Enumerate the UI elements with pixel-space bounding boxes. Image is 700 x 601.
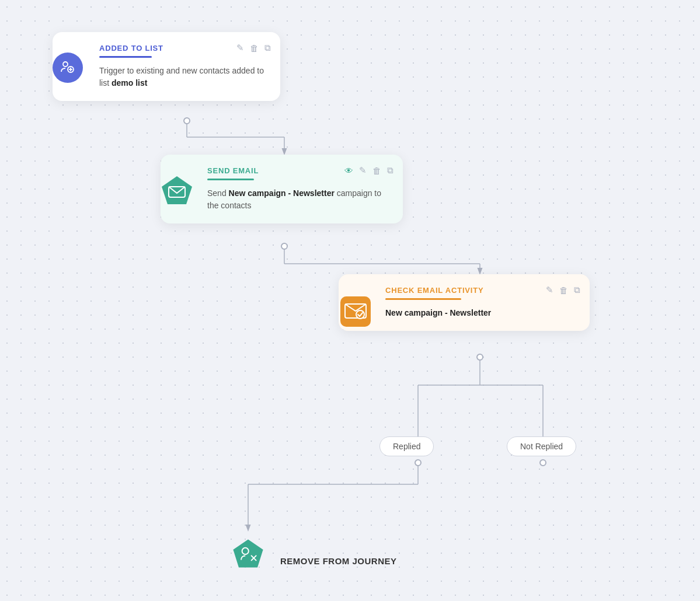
send-email-badge bbox=[161, 175, 193, 208]
svg-marker-17 bbox=[162, 176, 192, 204]
remove-journey-label: REMOVE FROM JOURNEY bbox=[280, 556, 397, 566]
check-email-badge bbox=[339, 295, 372, 329]
send-email-bold: New campaign - Newsletter bbox=[229, 188, 335, 198]
check-email-icon bbox=[339, 295, 372, 328]
copy-icon-check[interactable]: ⧉ bbox=[574, 285, 580, 295]
not-replied-label[interactable]: Not Replied bbox=[507, 436, 576, 456]
added-to-list-badge bbox=[53, 53, 83, 83]
dot-replied-bottom bbox=[415, 459, 422, 466]
added-to-list-icon bbox=[59, 59, 76, 76]
send-email-body-text: Send bbox=[207, 188, 229, 198]
card-added-icons: ✎ 🗑 ⧉ bbox=[236, 43, 271, 53]
not-replied-text: Not Replied bbox=[520, 442, 563, 451]
send-email-card: 👁 ✎ 🗑 ⧉ SEND EMAIL Send New campaign - N… bbox=[161, 155, 403, 223]
added-to-list-card: ✎ 🗑 ⧉ ADDED TO LIST Trigger to existing … bbox=[53, 32, 280, 101]
check-email-body: New campaign - Newsletter bbox=[385, 307, 578, 319]
dot-added-bottom bbox=[183, 117, 190, 124]
send-email-divider bbox=[207, 179, 254, 180]
card-check-icons: ✎ 🗑 ⧉ bbox=[546, 285, 580, 295]
added-to-list-divider bbox=[99, 56, 152, 58]
edit-icon-check[interactable]: ✎ bbox=[546, 285, 553, 295]
eye-icon[interactable]: 👁 bbox=[344, 166, 353, 176]
trash-icon[interactable]: 🗑 bbox=[250, 43, 259, 53]
remove-journey-badge bbox=[228, 534, 269, 575]
added-to-list-bold: demo list bbox=[112, 78, 147, 88]
dot-check-bottom bbox=[476, 354, 483, 361]
edit-icon[interactable]: ✎ bbox=[236, 43, 244, 53]
copy-icon[interactable]: ⧉ bbox=[264, 43, 271, 53]
edit-icon-send[interactable]: ✎ bbox=[359, 165, 367, 176]
remove-journey-icon bbox=[232, 538, 264, 571]
check-email-divider bbox=[385, 298, 461, 300]
trash-icon-check[interactable]: 🗑 bbox=[559, 285, 568, 295]
flow-canvas: ✎ 🗑 ⧉ ADDED TO LIST Trigger to existing … bbox=[0, 0, 700, 601]
replied-label[interactable]: Replied bbox=[379, 436, 434, 456]
check-email-bold: New campaign - Newsletter bbox=[385, 308, 491, 317]
trash-icon-send[interactable]: 🗑 bbox=[372, 166, 381, 176]
dot-send-bottom bbox=[281, 243, 288, 250]
svg-point-13 bbox=[63, 62, 68, 67]
dot-not-replied-bottom bbox=[539, 459, 546, 466]
replied-text: Replied bbox=[393, 442, 420, 451]
send-email-icon bbox=[161, 175, 193, 208]
card-send-icons: 👁 ✎ 🗑 ⧉ bbox=[344, 165, 393, 176]
send-email-body: Send New campaign - Newsletter campaign … bbox=[207, 187, 391, 212]
added-to-list-body: Trigger to existing and new contacts add… bbox=[99, 65, 269, 89]
check-email-card: ✎ 🗑 ⧉ CHECK EMAIL ACTIVITY New campaign … bbox=[339, 274, 590, 331]
copy-icon-send[interactable]: ⧉ bbox=[387, 165, 393, 176]
